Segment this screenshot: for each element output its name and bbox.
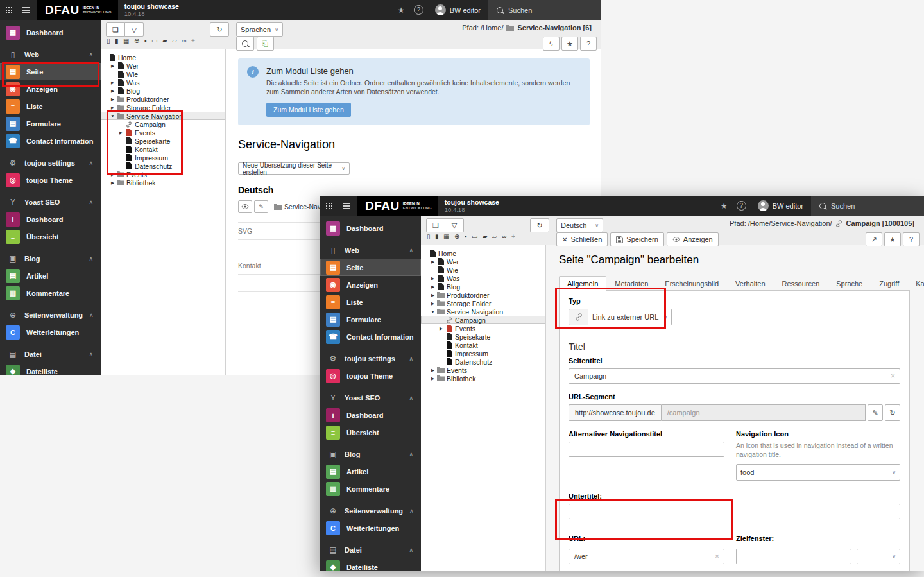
tree-item-service-navigation[interactable]: ▼Service-Navigation	[421, 307, 545, 316]
tree-item-wer[interactable]: ▶Wer	[421, 257, 545, 266]
tree-item-datenschutz[interactable]: Datenschutz	[101, 162, 225, 170]
chevron-closed-icon[interactable]: ▶	[438, 326, 445, 331]
zielfenster-input[interactable]	[736, 549, 851, 564]
tree-item-produktordner[interactable]: ▶Produktordner	[421, 291, 545, 299]
tree-item-produktordner[interactable]: ▶Produktordner	[101, 95, 225, 103]
chevron-closed-icon[interactable]: ▶	[109, 64, 116, 69]
pagetree-toggle-button[interactable]	[338, 196, 355, 216]
tree-item-was[interactable]: ▶Was	[421, 274, 545, 282]
chevron-closed-icon[interactable]: ▶	[429, 376, 436, 381]
language-select[interactable]: Deutsch∨	[556, 218, 603, 232]
refresh-button[interactable]: ↻	[530, 218, 549, 232]
tree-item-speisekarte[interactable]: Speisekarte	[101, 137, 225, 145]
sidebar-section-toujou-settings[interactable]: ⚙toujou settings∧	[0, 154, 101, 171]
folder-icon[interactable]: ▰	[483, 233, 488, 240]
sidebar-item-contact-information[interactable]: ☎Contact Information	[320, 328, 421, 345]
docheader-help-button[interactable]: ?	[580, 37, 597, 51]
close-button[interactable]: ✕Schließen	[556, 232, 608, 246]
filter-button[interactable]: ▽	[445, 218, 464, 232]
tree-item-home[interactable]: Home	[101, 53, 225, 62]
new-page-button[interactable]: ❏	[106, 22, 125, 37]
sidebar-section-seitenverwaltung[interactable]: ⊕Seitenverwaltung∧	[0, 306, 101, 323]
mountpoint-globe-icon[interactable]: ⊕	[134, 37, 139, 44]
sidebar-item-dashboard[interactable]: ▦Dashboard	[320, 220, 421, 237]
chevron-closed-icon[interactable]: ▶	[109, 80, 116, 85]
seitentitel-input[interactable]	[569, 368, 900, 384]
tree-item-kontakt[interactable]: Kontakt	[421, 341, 545, 349]
sidebar-item-seite[interactable]: ▤Seite	[0, 63, 101, 80]
bookmark-button[interactable]: ★	[884, 232, 901, 246]
backend-section-icon[interactable]: ▭	[151, 37, 157, 44]
tab-sprache[interactable]: Sprache	[828, 276, 871, 291]
save-button[interactable]: Speichern	[610, 232, 664, 246]
clipboard-paste-button[interactable]: ⎗	[257, 37, 274, 51]
new-translation-select[interactable]: Neue Übersetzung dieser Seite erstellen∨	[238, 162, 350, 175]
new-page-button[interactable]: ❏	[426, 218, 445, 232]
view-button[interactable]: Anzeigen	[667, 232, 719, 246]
open-in-new-window-button[interactable]: ↗	[866, 232, 882, 246]
sidebar-item-anzeigen[interactable]: ◉Anzeigen	[320, 276, 421, 293]
tree-item-service-navigation[interactable]: ▼Service-Navigation	[101, 112, 225, 120]
clear-cache-button[interactable]: ϟ	[543, 37, 560, 51]
tree-item-blog[interactable]: ▶Blog	[421, 282, 545, 291]
bookmark-star-button[interactable]: ★	[715, 196, 733, 216]
sidebar-item-weiterleitungen[interactable]: CWeiterleitungen	[0, 323, 101, 341]
search-bar[interactable]: Suchen	[811, 196, 924, 216]
folder-icon[interactable]: ▰	[162, 37, 167, 44]
sidebar-section-datei[interactable]: ▤Datei∧	[320, 541, 421, 558]
page-icon[interactable]: ▮	[115, 37, 119, 44]
sidebar-item-toujou-theme[interactable]: ◎toujou Theme	[0, 171, 101, 189]
backend-section-icon[interactable]: ▭	[472, 233, 477, 240]
chevron-closed-icon[interactable]: ▶	[429, 293, 436, 298]
sidebar-item-yoast-dashboard[interactable]: iDashboard	[0, 211, 101, 228]
sidebar-item-formulare[interactable]: ▤Formulare	[320, 311, 421, 328]
chevron-closed-icon[interactable]: ▶	[429, 259, 436, 264]
chevron-closed-icon[interactable]: ▶	[429, 276, 436, 281]
help-button[interactable]: ?	[733, 196, 750, 216]
sidebar-item-formulare[interactable]: ▤Formulare	[0, 115, 101, 132]
sidebar-item-liste[interactable]: ≡Liste	[320, 293, 421, 311]
tab-allgemein[interactable]: Allgemein	[559, 276, 606, 291]
chevron-open-icon[interactable]: ▼	[109, 114, 116, 118]
untertitel-input[interactable]	[569, 504, 900, 519]
url-input[interactable]	[569, 549, 724, 564]
spacer-icon[interactable]: ▪	[465, 233, 467, 240]
chevron-closed-icon[interactable]: ▶	[429, 284, 436, 289]
tree-item-home[interactable]: Home	[421, 249, 545, 257]
page-icon[interactable]: ▮	[435, 233, 439, 240]
sidebar-section-seitenverwaltung[interactable]: ⊕Seitenverwaltung∧	[320, 502, 421, 519]
docheader-help-button[interactable]: ?	[903, 232, 920, 246]
tree-item-bibliothek[interactable]: ▶Bibliothek	[421, 374, 545, 383]
tree-item-kontakt[interactable]: Kontakt	[101, 145, 225, 153]
page-copy-icon[interactable]: ▱	[172, 37, 177, 44]
tree-item-datenschutz[interactable]: Datenschutz	[421, 357, 545, 366]
tab-zugriff[interactable]: Zugriff	[871, 276, 907, 291]
tree-item-wer[interactable]: ▶Wer	[101, 62, 225, 70]
chevron-closed-icon[interactable]: ▶	[109, 172, 116, 177]
help-button[interactable]: ?	[410, 0, 427, 20]
sidebar-item-artikel[interactable]: ▤Artikel	[0, 267, 101, 284]
sidebar-item-seite[interactable]: ▤Seite	[320, 259, 421, 276]
external-link-icon[interactable]: ∞	[502, 233, 506, 240]
chevron-closed-icon[interactable]: ▶	[429, 301, 436, 306]
tree-item-campaign[interactable]: Campaign	[101, 120, 225, 128]
bookmark-button[interactable]: ★	[561, 37, 578, 51]
shortcut-grid-icon[interactable]: ▦	[123, 37, 129, 44]
tab-kategorien[interactable]: Kategorien	[907, 276, 924, 291]
tree-item-events[interactable]: ▶Events	[101, 128, 225, 137]
sidebar-item-artikel[interactable]: ▤Artikel	[320, 463, 421, 480]
sidebar-section-blog[interactable]: ▣Blog∧	[320, 445, 421, 463]
sidebar-item-toujou-theme[interactable]: ◎toujou Theme	[320, 367, 421, 384]
sidebar-section-yoast-seo[interactable]: YYoast SEO∧	[0, 193, 101, 211]
sidebar-item-liste[interactable]: ≡Liste	[0, 98, 101, 115]
chevron-closed-icon[interactable]: ▶	[117, 130, 124, 135]
edit-page-button[interactable]: ✎	[254, 200, 268, 213]
sidebar-section-yoast-seo[interactable]: YYoast SEO∧	[320, 389, 421, 406]
sidebar-item-dateiliste[interactable]: ◆Dateiliste	[0, 363, 101, 375]
tab-metadaten[interactable]: Metadaten	[606, 276, 656, 291]
page-copy-icon[interactable]: ▱	[492, 233, 497, 240]
tree-item-campaign[interactable]: Campaign	[421, 316, 545, 324]
chevron-closed-icon[interactable]: ▶	[109, 97, 116, 102]
tree-item-wie[interactable]: Wie	[101, 70, 225, 78]
sidebar-item-uebersicht[interactable]: ≡Übersicht	[320, 424, 421, 441]
